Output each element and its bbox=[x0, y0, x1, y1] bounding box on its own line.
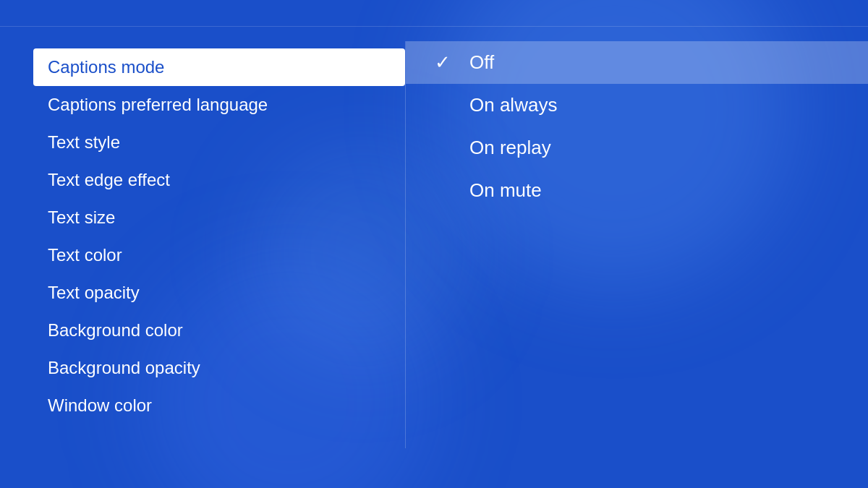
main-content: Captions modeCaptions preferred language… bbox=[0, 27, 868, 463]
header bbox=[0, 0, 868, 27]
menu-item-7[interactable]: Background color bbox=[33, 312, 405, 349]
option-label-2: On replay bbox=[469, 137, 551, 159]
menu-item-1[interactable]: Captions preferred language bbox=[33, 86, 405, 124]
menu-list: Captions modeCaptions preferred language… bbox=[33, 48, 405, 424]
option-item-1[interactable]: On always bbox=[406, 84, 868, 127]
menu-item-3[interactable]: Text edge effect bbox=[33, 161, 405, 199]
option-label-1: On always bbox=[469, 94, 557, 116]
menu-item-9[interactable]: Window color bbox=[33, 387, 405, 424]
option-item-2[interactable]: On replay bbox=[406, 127, 868, 169]
right-panel: ✓OffOn alwaysOn replayOn mute bbox=[406, 27, 868, 463]
option-item-0[interactable]: ✓Off bbox=[406, 41, 868, 84]
menu-item-2[interactable]: Text style bbox=[33, 124, 405, 161]
menu-item-0[interactable]: Captions mode bbox=[33, 48, 405, 86]
option-label-3: On mute bbox=[469, 179, 542, 202]
menu-item-4[interactable]: Text size bbox=[33, 199, 405, 236]
check-icon-0: ✓ bbox=[435, 51, 455, 74]
left-panel: Captions modeCaptions preferred language… bbox=[0, 27, 405, 463]
option-label-0: Off bbox=[469, 51, 494, 74]
menu-item-5[interactable]: Text color bbox=[33, 236, 405, 274]
option-item-3[interactable]: On mute bbox=[406, 169, 868, 212]
menu-item-6[interactable]: Text opacity bbox=[33, 274, 405, 312]
menu-item-8[interactable]: Background opacity bbox=[33, 349, 405, 387]
